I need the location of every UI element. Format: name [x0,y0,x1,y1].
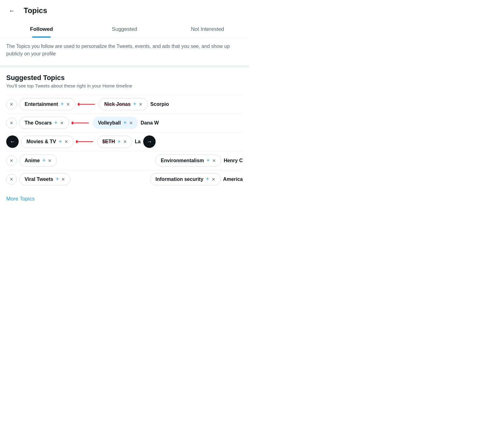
page-title: Topics [24,6,47,15]
pill-anime[interactable]: Anime + ✕ [19,154,57,167]
dismiss-entertainment[interactable]: ✕ [6,99,17,110]
pill-viral-tweets-x[interactable]: ✕ [61,177,65,182]
pill-movies-tv-x[interactable]: ✕ [64,139,68,144]
pill-oscars-label: The Oscars [25,120,52,126]
topic-row-2: ✕ The Oscars + ✕ Volleyball [6,113,243,132]
nav-right-icon: → [147,139,152,145]
red-arrow-icon [78,101,96,108]
pill-eth-plus[interactable]: + [118,139,121,145]
red-arrow-icon-2 [72,119,90,127]
nav-left-icon: ← [10,139,15,145]
pill-oscars[interactable]: The Oscars + ✕ [19,117,69,129]
tab-followed[interactable]: Followed [0,21,83,37]
pill-anime-plus[interactable]: + [42,157,46,164]
partial-row5: America [223,177,243,182]
arrow-row3 [76,138,95,145]
dismiss-viral-tweets[interactable]: ✕ [6,174,17,185]
arrow-row2 [72,119,90,127]
x-icon: ✕ [10,177,13,182]
partial-row2: Dana W [141,120,159,126]
pill-anime-label: Anime [25,158,40,163]
pill-movies-tv[interactable]: Movies & TV + ✕ [21,136,73,148]
tab-suggested[interactable]: Suggested [83,21,166,37]
pill-entertainment-plus[interactable]: + [61,101,64,107]
pill-viral-tweets-plus[interactable]: + [56,176,59,182]
pill-anime-x[interactable]: ✕ [48,158,52,163]
pill-environmentalism[interactable]: Environmentalism + ✕ [155,154,221,167]
pill-nick-jonas[interactable]: Nick Jonas + ✕ [99,98,148,110]
pill-volleyball-x[interactable]: ✕ [129,120,133,125]
back-icon: ← [9,7,15,14]
suggested-section: Suggested Topics You'll see top Tweets a… [0,68,249,188]
x-icon: ✕ [10,102,13,107]
pill-oscars-x[interactable]: ✕ [60,120,64,125]
pill-environmentalism-label: Environmentalism [161,158,204,163]
suggested-title: Suggested Topics [6,74,243,82]
partial-row4: Henry C [224,158,243,163]
pill-movies-tv-plus[interactable]: + [59,139,62,145]
suggested-subtitle: You'll see top Tweets about these right … [6,83,243,88]
pill-eth[interactable]: $ETH + ✕ [97,136,132,148]
arrow-row1 [78,101,96,108]
pill-viral-tweets-label: Viral Tweets [25,177,53,182]
pill-nick-jonas-x[interactable]: ✕ [139,102,143,107]
pill-entertainment[interactable]: Entertainment + ✕ [19,98,75,110]
more-topics-link[interactable]: More Topics [6,196,35,202]
x-icon: ✕ [10,120,13,125]
nav-right-button[interactable]: → [143,135,156,148]
pill-environmentalism-plus[interactable]: + [206,157,210,164]
dismiss-oscars[interactable]: ✕ [6,118,17,128]
x-icon: ✕ [10,158,13,163]
header: ← Topics [0,0,249,21]
pill-infosec-label: Information security [156,177,204,182]
description-text: The Topics you follow are used to person… [0,38,249,68]
nav-left-button[interactable]: ← [6,135,19,148]
topic-row-5: ✕ Viral Tweets + ✕ Information security … [6,170,243,188]
topics-grid: ✕ Entertainment + ✕ Nick [6,95,243,188]
pill-entertainment-x[interactable]: ✕ [66,102,70,107]
pill-volleyball-label: Volleyball [98,120,121,126]
pill-nick-jonas-label: Nick Jonas [104,101,130,107]
pill-environmentalism-x[interactable]: ✕ [212,158,216,163]
topic-row-4: ✕ Anime + ✕ Environmentalism + ✕ Henry C [6,151,243,170]
pill-oscars-plus[interactable]: + [54,120,58,126]
pill-nick-jonas-plus[interactable]: + [133,101,137,107]
topic-row-1: ✕ Entertainment + ✕ Nick [6,95,243,113]
back-button[interactable]: ← [6,5,17,16]
partial-row1: Scorpio [150,101,169,107]
tabs-bar: Followed Suggested Not Interested [0,21,249,38]
red-arrow-icon-3 [76,138,95,145]
pill-volleyball[interactable]: Volleyball + ✕ [93,117,138,129]
tab-not-interested[interactable]: Not Interested [166,21,249,37]
pill-volleyball-plus[interactable]: + [123,120,127,126]
dismiss-anime[interactable]: ✕ [6,155,17,166]
pill-eth-label: $ETH [102,139,115,144]
pill-eth-x[interactable]: ✕ [123,139,127,144]
pill-infosec-x[interactable]: ✕ [212,177,215,182]
pill-viral-tweets[interactable]: Viral Tweets + ✕ [19,173,70,185]
topic-row-3: ← Movies & TV + ✕ $ETH + [6,132,243,151]
pill-infosec[interactable]: Information security + ✕ [150,173,221,185]
partial-row3: La [135,139,141,144]
pill-entertainment-label: Entertainment [25,101,58,107]
pill-movies-tv-label: Movies & TV [26,139,56,144]
pill-infosec-plus[interactable]: + [206,176,209,182]
